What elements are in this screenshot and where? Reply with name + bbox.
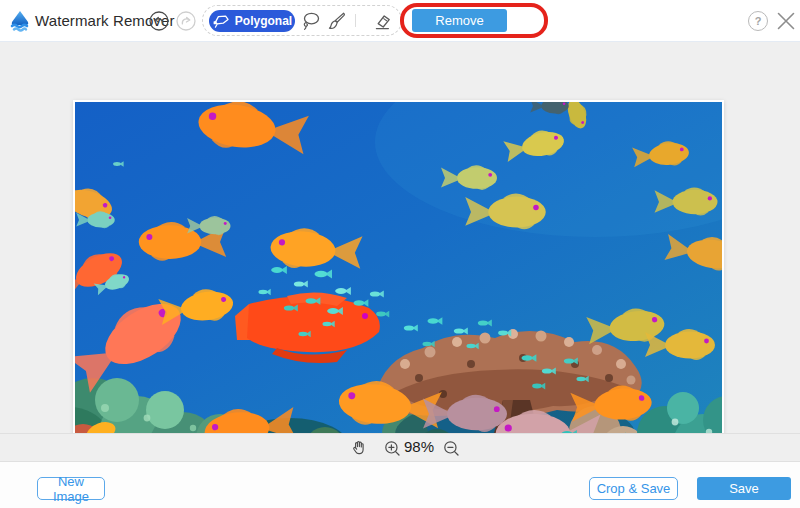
- statusbar: 98%: [0, 434, 800, 461]
- app-logo-icon: [8, 9, 32, 33]
- workspace: [0, 42, 800, 433]
- polygonal-tool-label: Polygonal: [235, 14, 292, 28]
- reef-photo: [75, 102, 722, 459]
- lasso-tool-button[interactable]: [300, 10, 320, 30]
- hand-pan-icon[interactable]: [349, 439, 369, 459]
- remove-button[interactable]: Remove: [412, 9, 507, 32]
- close-icon[interactable]: [774, 9, 798, 33]
- new-image-button[interactable]: New Image: [37, 477, 105, 500]
- zoom-level: 98%: [404, 438, 434, 455]
- zoom-out-icon[interactable]: [443, 440, 463, 460]
- toolbar-separator: [355, 14, 356, 27]
- redo-button[interactable]: [176, 11, 196, 31]
- save-button[interactable]: Save: [697, 477, 791, 500]
- brush-tool-button[interactable]: [326, 10, 346, 30]
- toolbar: Watermark Remover Polygonal: [0, 0, 800, 42]
- photo-canvas[interactable]: [73, 100, 724, 461]
- polygonal-lasso-icon: [212, 14, 230, 28]
- crop-and-save-button[interactable]: Crop & Save: [589, 477, 678, 500]
- help-icon[interactable]: ?: [748, 11, 768, 31]
- undo-button[interactable]: [149, 11, 169, 31]
- zoom-in-icon[interactable]: [384, 440, 404, 460]
- polygonal-tool-button[interactable]: Polygonal: [209, 10, 295, 32]
- footer-bar: [0, 462, 800, 508]
- eraser-tool-button[interactable]: [370, 9, 394, 33]
